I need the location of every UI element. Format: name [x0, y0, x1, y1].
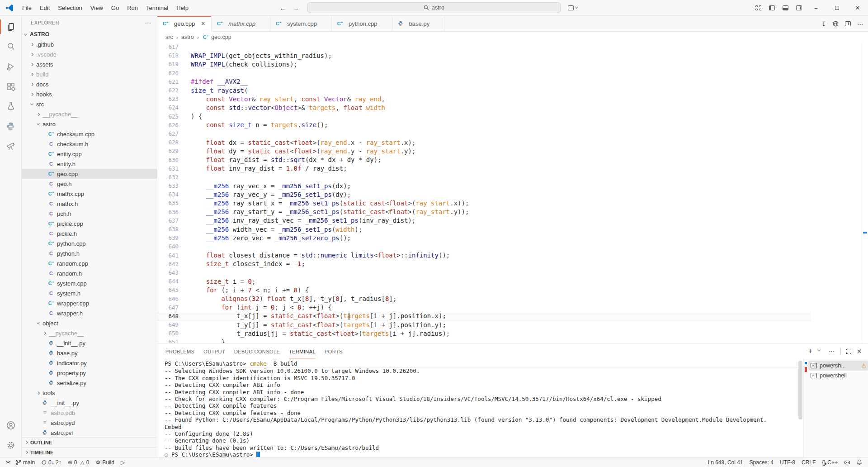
timeline-section[interactable]: TIMELINE	[22, 447, 157, 457]
tree-file-astro.pyd[interactable]: ≡astro.pyd	[22, 418, 157, 428]
minimize-button[interactable]: –	[806, 0, 826, 16]
tree-folder-__pycache__[interactable]: __pycache__	[22, 328, 157, 338]
tree-file-serialize.py[interactable]: serialize.py	[22, 378, 157, 388]
python-extension-icon[interactable]	[0, 116, 22, 136]
telescope-extension-icon[interactable]	[0, 136, 22, 156]
minimap[interactable]	[812, 44, 862, 343]
tree-folder-docs[interactable]: docs	[22, 79, 157, 89]
open-changes-icon[interactable]: ↧	[821, 20, 826, 28]
terminal-output[interactable]: PS C:\Users\ESamu\astro> cmake -B build-…	[157, 359, 803, 457]
search-input[interactable]: astro	[307, 2, 561, 13]
tree-folder-src[interactable]: src	[22, 99, 157, 109]
more-actions-icon[interactable]: ⋯	[857, 20, 863, 28]
tree-folder-object[interactable]: object	[22, 318, 157, 328]
toggle-secondary-sidebar-icon[interactable]	[792, 0, 806, 16]
tab-mathx.cpp[interactable]: C+mathx.cpp	[212, 16, 270, 31]
account-icon[interactable]	[0, 415, 22, 435]
settings-gear-icon[interactable]	[0, 435, 22, 455]
eol-sequence[interactable]: CRLF	[798, 457, 819, 467]
tree-file-astro.pvi[interactable]: astro.pvi	[22, 428, 157, 437]
tree-file-system.cpp[interactable]: C+system.cpp	[22, 278, 157, 288]
explorer-more-actions-icon[interactable]: ⋯	[145, 19, 151, 26]
tree-file-base.py[interactable]: base.py	[22, 348, 157, 358]
tree-file-checksum.h[interactable]: Cchecksum.h	[22, 139, 157, 149]
cmake-build-button[interactable]: ⚙Build	[92, 457, 117, 467]
run-debug-icon[interactable]	[0, 57, 22, 76]
menu-help[interactable]: Help	[172, 0, 193, 16]
extensions-icon[interactable]	[0, 76, 22, 96]
code-editor[interactable]: 617618WRAP_IMPL(get_objects_within_radiu…	[157, 43, 868, 343]
toggle-sidebar-icon[interactable]	[765, 0, 778, 16]
tree-file-entity.h[interactable]: Centity.h	[22, 159, 157, 169]
copilot-status-icon[interactable]	[841, 457, 854, 467]
back-arrow-icon[interactable]: ←	[279, 4, 286, 12]
toggle-panel-icon[interactable]	[778, 0, 792, 16]
menu-file[interactable]: File	[18, 0, 36, 16]
close-tab-icon[interactable]: ✕	[199, 20, 207, 27]
indentation[interactable]: Spaces: 4	[746, 457, 777, 467]
tree-file-entity.cpp[interactable]: C+entity.cpp	[22, 149, 157, 159]
remote-indicator[interactable]: ><	[3, 457, 13, 467]
tree-file-pickle.cpp[interactable]: C+pickle.cpp	[22, 219, 157, 229]
panel-tab-terminal[interactable]: TERMINAL	[289, 344, 316, 358]
tree-file-geo.h[interactable]: Cgeo.h	[22, 179, 157, 189]
breadcrumb-src[interactable]: src	[165, 34, 173, 40]
tree-file-property.py[interactable]: property.py	[22, 368, 157, 378]
git-branch-item[interactable]: main	[13, 457, 38, 467]
layout-dropdown-icon[interactable]	[568, 5, 578, 10]
terminal-instance-powershell[interactable]: >_powershell	[808, 371, 868, 381]
close-panel-icon[interactable]: ✕	[857, 348, 862, 355]
menu-view[interactable]: View	[86, 0, 107, 16]
panel-more-icon[interactable]: ⋯	[829, 348, 835, 355]
breadcrumb-astro[interactable]: astro	[181, 34, 194, 40]
panel-tab-problems[interactable]: PROBLEMS	[165, 344, 194, 358]
tree-file-wrapper.h[interactable]: Cwrapper.h	[22, 308, 157, 318]
panel-tab-ports[interactable]: PORTS	[325, 344, 343, 358]
terminal-instance-powersh[interactable]: >_powersh...⚠	[808, 361, 868, 371]
split-editor-icon[interactable]	[845, 21, 851, 26]
tree-file-mathx.cpp[interactable]: C+mathx.cpp	[22, 189, 157, 199]
language-mode[interactable]: {}C++	[819, 457, 841, 467]
breadcrumb-file[interactable]: geo.cpp	[211, 34, 231, 40]
tree-folder-astro[interactable]: astro	[22, 119, 157, 129]
menu-edit[interactable]: Edit	[36, 0, 54, 16]
cursor-position[interactable]: Ln 648, Col 41	[705, 457, 746, 467]
problems-item[interactable]: ⊗0 △0	[65, 457, 93, 467]
tree-folder-.github[interactable]: .github	[22, 39, 157, 49]
tree-file-mathx.h[interactable]: Cmathx.h	[22, 199, 157, 209]
explorer-icon[interactable]	[0, 17, 22, 37]
tree-file-random.h[interactable]: Crandom.h	[22, 268, 157, 278]
tree-folder-.vscode[interactable]: .vscode	[22, 49, 157, 59]
tree-file-python.h[interactable]: Cpython.h	[22, 248, 157, 258]
outline-section[interactable]: OUTLINE	[22, 437, 157, 447]
testing-icon[interactable]	[0, 96, 22, 116]
tree-folder-build[interactable]: build	[22, 69, 157, 79]
tab-base.py[interactable]: base.py	[392, 16, 445, 31]
tree-file-checksum.cpp[interactable]: C+checksum.cpp	[22, 129, 157, 139]
new-terminal-icon[interactable]: +	[808, 347, 812, 355]
copilot-icon[interactable]	[833, 21, 839, 27]
panel-tab-debug-console[interactable]: DEBUG CONSOLE	[234, 344, 280, 358]
tab-system.cpp[interactable]: C+system.cpp	[270, 16, 332, 31]
launch-button[interactable]: ▷	[118, 457, 128, 467]
tree-root[interactable]: ASTRO	[22, 29, 157, 39]
tree-file-__init__.py[interactable]: __init__.py	[22, 398, 157, 408]
git-sync-item[interactable]: 0↓ 2↑	[38, 457, 65, 467]
customize-layout-icon[interactable]	[751, 0, 765, 16]
menu-run[interactable]: Run	[123, 0, 142, 16]
terminal-scrollbar[interactable]	[798, 361, 802, 419]
tree-file-system.h[interactable]: Csystem.h	[22, 288, 157, 298]
tree-file-python.cpp[interactable]: C+python.cpp	[22, 238, 157, 248]
tree-file-random.cpp[interactable]: C+random.cpp	[22, 258, 157, 268]
maximize-panel-icon[interactable]	[846, 349, 851, 354]
tab-geo.cpp[interactable]: C+geo.cpp✕	[157, 16, 212, 32]
tree-folder-__pycache__[interactable]: __pycache__	[22, 109, 157, 119]
menu-go[interactable]: Go	[107, 0, 123, 16]
close-button[interactable]: ✕	[847, 0, 868, 16]
search-sidebar-icon[interactable]	[0, 37, 22, 57]
forward-arrow-icon[interactable]: →	[292, 4, 299, 12]
notifications-bell-icon[interactable]	[854, 457, 865, 467]
tree-file-pickle.h[interactable]: Cpickle.h	[22, 229, 157, 238]
editor-scrollbar[interactable]	[862, 43, 868, 343]
tree-file-wrapper.cpp[interactable]: C+wrapper.cpp	[22, 298, 157, 308]
